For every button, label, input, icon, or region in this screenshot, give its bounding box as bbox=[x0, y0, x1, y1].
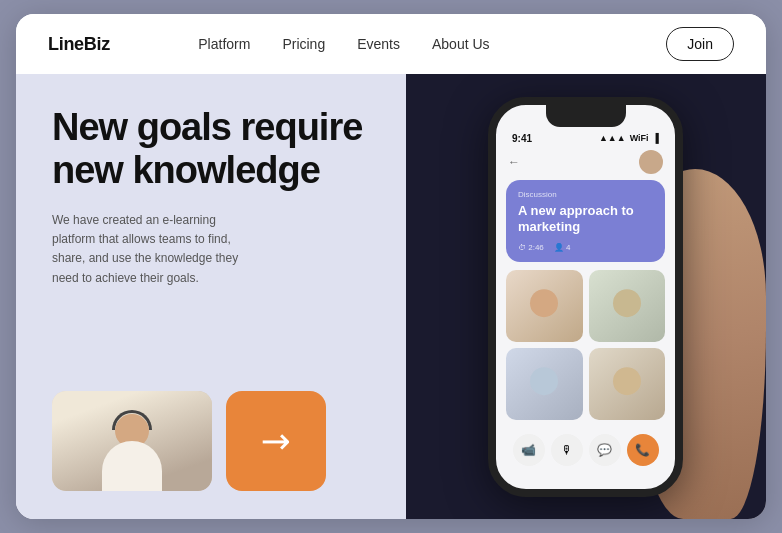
phone-status-bar: 9:41 ▲▲▲ WiFi ▐ bbox=[496, 127, 675, 146]
arrow-icon: ↗ bbox=[253, 418, 300, 465]
disc-label: Discussion bbox=[518, 190, 653, 199]
disc-time: ⏱ 2:46 bbox=[518, 243, 544, 252]
person-silhouette bbox=[92, 406, 172, 491]
hero-bottom-row: ↗ bbox=[52, 391, 370, 491]
cta-arrow-box[interactable]: ↗ bbox=[226, 391, 326, 491]
video-grid bbox=[506, 270, 665, 420]
battery-icon: ▐ bbox=[653, 133, 659, 143]
status-icons: ▲▲▲ WiFi ▐ bbox=[599, 133, 659, 143]
hero-section: New goals require new knowledge We have … bbox=[16, 74, 766, 519]
brand-logo: LineBiz bbox=[48, 34, 110, 55]
disc-people: 👤 4 bbox=[554, 243, 571, 252]
nav-item-platform[interactable]: Platform bbox=[198, 35, 250, 53]
disc-title: A new approach to marketing bbox=[518, 203, 653, 236]
disc-meta: ⏱ 2:46 👤 4 bbox=[518, 243, 653, 252]
call-button[interactable]: 📞 bbox=[627, 434, 659, 466]
phone-notch bbox=[546, 105, 626, 127]
hero-photo-inner bbox=[52, 391, 212, 491]
hero-photo bbox=[52, 391, 212, 491]
participant-2-face bbox=[613, 289, 641, 317]
video-cell-4 bbox=[589, 348, 666, 420]
nav-links: Platform Pricing Events About Us bbox=[198, 35, 489, 53]
phone-nav: ← bbox=[496, 146, 675, 180]
video-cell-3 bbox=[506, 348, 583, 420]
chat-button[interactable]: 💬 bbox=[589, 434, 621, 466]
signal-icon: ▲▲▲ bbox=[599, 133, 626, 143]
participant-4-face bbox=[613, 367, 641, 395]
participant-3-face bbox=[530, 367, 558, 395]
main-container: LineBiz Platform Pricing Events About Us… bbox=[16, 14, 766, 519]
nav-item-events[interactable]: Events bbox=[357, 35, 400, 53]
navbar: LineBiz Platform Pricing Events About Us… bbox=[16, 14, 766, 74]
wifi-icon: WiFi bbox=[630, 133, 649, 143]
phone-time: 9:41 bbox=[512, 133, 532, 144]
phone-toolbar: 📹 🎙 💬 📞 bbox=[496, 426, 675, 470]
video-cell-2 bbox=[589, 270, 666, 342]
discussion-card: Discussion A new approach to marketing ⏱… bbox=[506, 180, 665, 263]
phone-avatar bbox=[639, 150, 663, 174]
mute-button[interactable]: 🎙 bbox=[551, 434, 583, 466]
nav-item-about[interactable]: About Us bbox=[432, 35, 490, 53]
back-icon[interactable]: ← bbox=[508, 155, 520, 169]
hero-title: New goals require new knowledge bbox=[52, 106, 370, 191]
video-cell-1 bbox=[506, 270, 583, 342]
video-toggle-button[interactable]: 📹 bbox=[513, 434, 545, 466]
join-button[interactable]: Join bbox=[666, 27, 734, 61]
hero-left-panel: New goals require new knowledge We have … bbox=[16, 74, 406, 519]
nav-item-pricing[interactable]: Pricing bbox=[282, 35, 325, 53]
phone-mockup: 9:41 ▲▲▲ WiFi ▐ ← Discussion bbox=[476, 87, 696, 507]
hero-description: We have created an e-learning platform t… bbox=[52, 211, 252, 288]
person-body bbox=[102, 441, 162, 491]
hero-right-panel: 9:41 ▲▲▲ WiFi ▐ ← Discussion bbox=[406, 74, 766, 519]
participant-1-face bbox=[530, 289, 558, 317]
phone-frame: 9:41 ▲▲▲ WiFi ▐ ← Discussion bbox=[488, 97, 683, 497]
